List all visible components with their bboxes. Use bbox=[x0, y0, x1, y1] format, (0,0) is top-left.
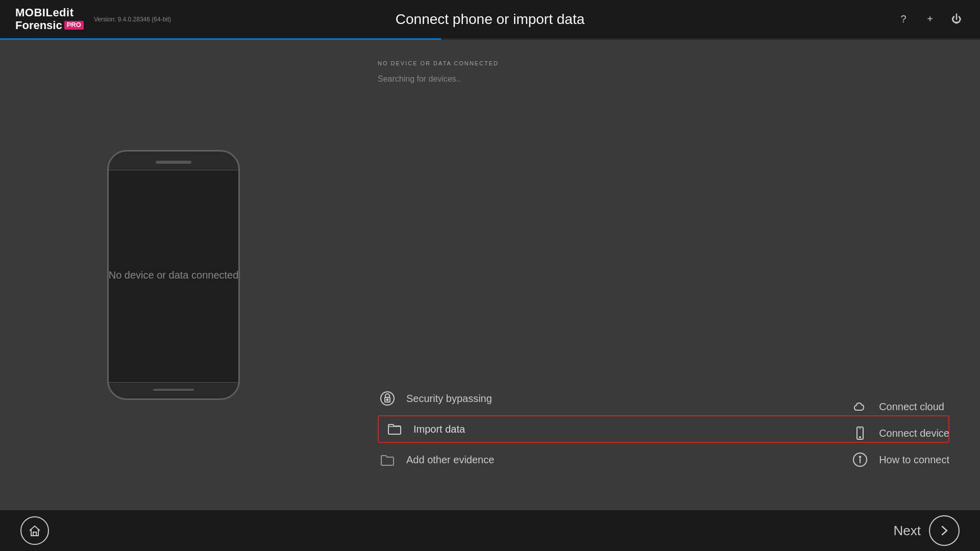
logo-pro-badge: PRO bbox=[64, 21, 84, 29]
svg-point-2 bbox=[387, 399, 388, 400]
searching-text: Searching for devices.. bbox=[378, 74, 949, 84]
how-to-connect-item[interactable]: How to connect bbox=[850, 450, 949, 469]
import-data-label: Import data bbox=[413, 423, 465, 435]
security-bypassing-label: Security bypassing bbox=[406, 393, 492, 405]
svg-rect-9 bbox=[33, 532, 36, 536]
header: MOBILedit Forensic PRO Version: 9.4.0.28… bbox=[0, 0, 980, 38]
connect-cloud-item[interactable]: Connect cloud bbox=[850, 397, 949, 416]
phone-screen bbox=[109, 170, 238, 383]
phone-home-indicator bbox=[153, 389, 194, 391]
phone-speaker bbox=[156, 161, 191, 164]
logo-mobil: MOBILedit bbox=[15, 7, 84, 19]
cloud-icon bbox=[850, 397, 870, 416]
phone-frame bbox=[107, 150, 240, 400]
svg-point-5 bbox=[860, 437, 861, 438]
home-button[interactable] bbox=[20, 516, 49, 545]
folder-open-icon bbox=[378, 450, 397, 469]
logo-area: MOBILedit Forensic PRO bbox=[15, 7, 84, 31]
svg-point-8 bbox=[860, 456, 861, 457]
next-label: Next bbox=[894, 523, 921, 539]
next-button[interactable] bbox=[929, 515, 960, 546]
header-controls: ? + ⏻ bbox=[895, 11, 965, 28]
phone-small-icon bbox=[850, 423, 870, 443]
main-content: No device or data connected NO DEVICE OR… bbox=[0, 40, 980, 510]
power-button[interactable]: ⏻ bbox=[948, 11, 965, 28]
add-other-evidence-label: Add other evidence bbox=[406, 454, 494, 466]
how-to-connect-label: How to connect bbox=[879, 454, 949, 466]
phone-area: No device or data connected bbox=[0, 40, 347, 510]
info-icon bbox=[850, 450, 870, 469]
version-text: Version: 9.4.0.28346 (64-bit) bbox=[94, 16, 171, 23]
help-button[interactable]: ? bbox=[895, 11, 912, 28]
folder-icon bbox=[385, 419, 404, 439]
footer: Next bbox=[0, 510, 980, 551]
next-area: Next bbox=[894, 515, 960, 546]
logo-forensic: Forensic PRO bbox=[15, 19, 84, 32]
connect-device-label: Connect device bbox=[879, 428, 949, 439]
connect-device-item[interactable]: Connect device bbox=[850, 423, 949, 443]
no-device-status-label: NO DEVICE OR DATA CONNECTED bbox=[378, 60, 949, 66]
connect-cloud-label: Connect cloud bbox=[879, 401, 944, 413]
add-button[interactable]: + bbox=[922, 11, 938, 28]
right-actions: Connect cloud Connect device bbox=[850, 397, 949, 469]
lock-icon bbox=[378, 389, 397, 408]
logo-forensic-text: Forensic bbox=[15, 19, 62, 32]
header-title: Connect phone or import data bbox=[396, 11, 584, 28]
